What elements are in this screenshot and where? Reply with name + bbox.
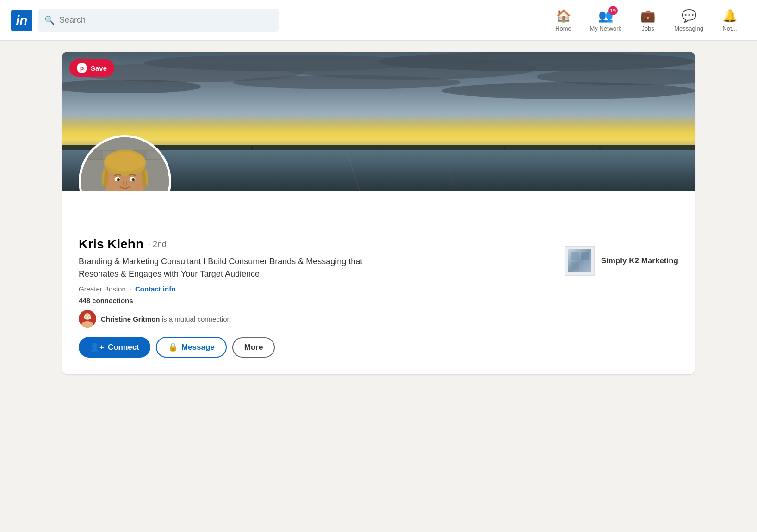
messaging-icon: 💬 [682, 9, 696, 23]
svg-point-36 [118, 179, 119, 180]
company-logo-svg [568, 249, 591, 272]
profile-card: p Save [62, 52, 695, 374]
home-icon: 🏠 [556, 9, 571, 23]
nav-my-network-label: My Network [590, 25, 622, 32]
svg-rect-42 [571, 262, 579, 270]
profile-location-row: Greater Boston · Contact info [79, 285, 678, 293]
mutual-connection-name: Christine Gritmon [101, 315, 160, 323]
svg-text:CG: CG [84, 315, 91, 320]
svg-point-16 [599, 148, 601, 149]
connections-count: 448 connections [79, 297, 678, 304]
company-logo [565, 246, 595, 276]
search-icon: 🔍 [44, 15, 55, 25]
nav-right: 🏠 Home 👥 19 My Network 💼 Jobs 💬 Messagin… [547, 9, 746, 32]
nav-item-jobs[interactable]: 💼 Jobs [632, 9, 664, 32]
jobs-icon: 💼 [640, 9, 655, 23]
svg-point-8 [442, 82, 695, 99]
save-label: Save [91, 64, 107, 72]
nav-notifications-label: Not... [722, 25, 737, 32]
nav-item-home[interactable]: 🏠 Home [547, 9, 580, 32]
action-buttons: 👤+ Connect 🔒 Message More [79, 337, 678, 358]
search-input[interactable] [59, 15, 272, 25]
more-label: More [244, 343, 263, 352]
mutual-avatar-svg: CG [79, 310, 96, 328]
nav-item-messaging[interactable]: 💬 Messaging [668, 9, 710, 32]
notifications-icon: 🔔 [722, 9, 737, 23]
connections-label: connections [92, 297, 133, 304]
mutual-connection-avatar: CG [79, 310, 96, 328]
svg-point-7 [233, 75, 460, 89]
linkedin-logo[interactable]: in [11, 10, 32, 31]
mutual-connection-text: Christine Gritmon is a mutual connection [101, 315, 231, 323]
message-button[interactable]: 🔒 Message [156, 337, 227, 358]
svg-point-17 [378, 148, 379, 149]
pinterest-icon: p [77, 63, 87, 73]
my-network-icon: 👥 19 [598, 9, 613, 23]
svg-point-37 [133, 179, 135, 180]
profile-location: Greater Boston [79, 285, 126, 293]
nav-item-notifications[interactable]: 🔔 Not... [714, 9, 746, 32]
nav-home-label: Home [555, 25, 571, 32]
connect-button[interactable]: 👤+ Connect [79, 337, 150, 358]
more-button[interactable]: More [232, 337, 275, 358]
lock-icon: 🔒 [168, 342, 178, 352]
svg-point-4 [378, 52, 695, 71]
connection-degree: · 2nd [148, 240, 167, 249]
message-label: Message [181, 343, 215, 352]
svg-rect-40 [571, 252, 579, 260]
search-bar[interactable]: 🔍 [38, 9, 279, 32]
connect-label: Connect [108, 343, 139, 352]
nav-jobs-label: Jobs [641, 25, 654, 32]
connections-number: 448 [79, 297, 90, 304]
profile-headline: Branding & Marketing Consultant I Build … [79, 255, 403, 280]
save-button[interactable]: p Save [69, 59, 114, 77]
dot-separator: · [130, 285, 131, 293]
main-content: p Save [55, 52, 702, 374]
svg-point-14 [250, 147, 253, 150]
svg-rect-41 [581, 252, 589, 260]
navbar: in 🔍 🏠 Home 👥 19 My Network 💼 Jobs 💬 Mes… [0, 0, 757, 41]
logo-text: in [16, 14, 28, 27]
my-network-badge: 19 [608, 6, 618, 15]
contact-info-link[interactable]: Contact info [135, 285, 176, 293]
mutual-connection-suffix: is a mutual connection [162, 315, 231, 323]
profile-name: Kris Kiehn [79, 237, 143, 252]
company-card[interactable]: Simply K2 Marketing [565, 246, 678, 276]
mutual-connection: CG Christine Gritmon is a mutual connect… [79, 310, 678, 328]
nav-messaging-label: Messaging [674, 25, 703, 32]
svg-point-31 [105, 152, 145, 171]
connect-icon: 👤+ [90, 342, 104, 352]
nav-item-my-network[interactable]: 👥 19 My Network [583, 9, 628, 32]
cover-photo: p Save [62, 52, 695, 191]
profile-info: Simply K2 Marketing Kris Kiehn · 2nd Bra… [62, 191, 695, 374]
company-name-label: Simply K2 Marketing [601, 256, 678, 266]
svg-point-15 [504, 147, 506, 149]
